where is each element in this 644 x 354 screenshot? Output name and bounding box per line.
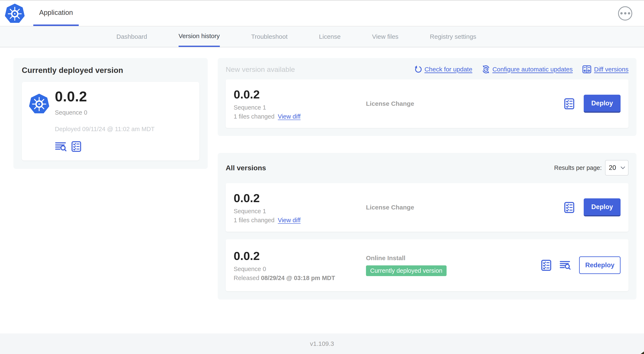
- app-tab-application[interactable]: Application: [33, 1, 79, 26]
- kubernetes-logo: [4, 1, 25, 26]
- all-versions-title: All versions: [226, 164, 266, 172]
- current-version-number: 0.0.2: [55, 88, 155, 105]
- tab-dashboard[interactable]: Dashboard: [116, 26, 147, 47]
- deploy-logs-icon[interactable]: [55, 142, 67, 152]
- new-version-title: New version available: [226, 65, 295, 74]
- version-row: 0.0.2 Sequence 0 Released 08/29/24 @ 03:…: [226, 239, 628, 291]
- results-per-page-label: Results per page:: [554, 164, 602, 171]
- redeploy-button[interactable]: Redeploy: [579, 256, 620, 274]
- files-changed-label: 1 files changed: [234, 217, 274, 224]
- all-versions-section: All versions Results per page: 20 0.0.2 …: [218, 153, 636, 299]
- console-version: v1.109.3: [310, 340, 334, 347]
- tab-version-history[interactable]: Version history: [178, 26, 220, 47]
- version-sequence: Sequence 1: [234, 208, 366, 215]
- tab-registry-settings[interactable]: Registry settings: [430, 26, 476, 47]
- version-released-timestamp: Released 08/29/24 @ 03:18 pm MDT: [234, 275, 366, 281]
- deploy-logs-icon[interactable]: [560, 260, 571, 270]
- diff-versions-link[interactable]: Diff versions: [582, 65, 628, 74]
- refresh-icon: [414, 66, 422, 73]
- ellipsis-icon: [620, 12, 623, 15]
- version-sequence: Sequence 0: [234, 266, 366, 272]
- tab-view-files[interactable]: View files: [372, 26, 398, 47]
- app-header: Application: [0, 0, 644, 26]
- current-card-title: Currently deployed version: [22, 66, 199, 75]
- version-source-label: License Change: [366, 100, 564, 107]
- ellipsis-icon: [628, 12, 630, 15]
- results-per-page-select[interactable]: 20: [605, 160, 628, 176]
- current-version-detail: 0.0.2 Sequence 0 Deployed 09/11/24 @ 11:…: [22, 82, 199, 160]
- overflow-menu-button[interactable]: [618, 6, 632, 21]
- version-row: 0.0.2 Sequence 1 1 files changed View di…: [226, 183, 628, 232]
- deploy-button[interactable]: Deploy: [584, 95, 620, 113]
- version-sequence: Sequence 1: [234, 104, 366, 111]
- configure-automatic-updates-link[interactable]: Configure automatic updates: [482, 65, 573, 73]
- version-number: 0.0.2: [234, 191, 366, 205]
- kubernetes-app-icon: [29, 94, 50, 152]
- new-version-row: 0.0.2 Sequence 1 1 files changed View di…: [226, 79, 628, 128]
- version-number: 0.0.2: [234, 249, 366, 263]
- section-nav: Dashboard Version history Troubleshoot L…: [0, 26, 644, 47]
- view-diff-link[interactable]: View diff: [278, 113, 301, 120]
- tab-troubleshoot[interactable]: Troubleshoot: [251, 26, 288, 47]
- preflight-checks-icon[interactable]: [541, 259, 552, 271]
- current-version-sequence: Sequence 0: [55, 109, 155, 116]
- deploy-button[interactable]: Deploy: [584, 198, 620, 216]
- preflight-checks-icon[interactable]: [564, 202, 574, 213]
- current-version-deployed-timestamp: Deployed 09/11/24 @ 11:02 am MDT: [55, 126, 155, 133]
- view-diff-link[interactable]: View diff: [278, 217, 301, 224]
- check-for-update-link[interactable]: Check for update: [414, 66, 472, 73]
- ellipsis-icon: [624, 12, 626, 15]
- version-source-label: License Change: [366, 204, 564, 211]
- new-version-section: New version available Check for update C…: [218, 58, 636, 136]
- currently-deployed-card: Currently deployed version 0.0.2 Sequenc…: [14, 58, 208, 169]
- files-changed-label: 1 files changed: [234, 113, 274, 120]
- app-footer: v1.109.3: [0, 333, 644, 354]
- main-content: Currently deployed version 0.0.2 Sequenc…: [0, 47, 644, 333]
- preflight-checks-icon[interactable]: [564, 98, 574, 110]
- chevron-down-icon: [620, 166, 625, 169]
- schedule-refresh-icon: [482, 65, 490, 73]
- version-number: 0.0.2: [234, 88, 366, 101]
- preflight-checks-icon[interactable]: [71, 141, 82, 152]
- diff-icon: [582, 65, 592, 74]
- tab-license[interactable]: License: [319, 26, 341, 47]
- version-source-label: Online Install: [366, 254, 541, 262]
- currently-deployed-badge: Currently deployed version: [366, 265, 446, 276]
